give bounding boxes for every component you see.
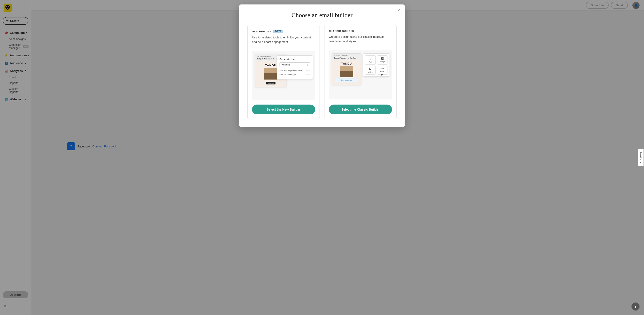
beta-badge: BETA: [273, 30, 283, 33]
new-builder-description: Use AI-assisted tools to optimize your c…: [252, 35, 315, 47]
gen-row-1: Take 20% off your first order ⊕ ⧉: [280, 69, 310, 73]
email-builder-modal: × Choose an email builder NEW BUILDER BE…: [239, 4, 322, 127]
new-builder-preview: To: New Customers Subject: Welcome to th…: [252, 51, 315, 100]
generate-title: Generate text: [280, 58, 310, 60]
modal-title: Choose an email builder: [247, 12, 322, 19]
new-builder-header: NEW BUILDER BETA: [252, 30, 315, 33]
gen-row-2: 20% off. Just for you. ⊕ ⧉: [280, 73, 310, 77]
copy-icon-2[interactable]: ⧉: [309, 73, 310, 76]
modal-overlay[interactable]: × Choose an email builder NEW BUILDER BE…: [0, 0, 322, 157]
preview-brand-image: [264, 68, 278, 79]
dropdown-arrow-icon: ∨: [307, 63, 308, 66]
builder-options: NEW BUILDER BETA Use AI-assisted tools t…: [247, 25, 322, 119]
preview-cta-button: Shop now: [266, 82, 276, 84]
new-builder-card: NEW BUILDER BETA Use AI-assisted tools t…: [247, 25, 320, 119]
add-icon[interactable]: ⊕: [306, 69, 308, 72]
copy-icon[interactable]: ⧉: [309, 69, 310, 72]
generate-panel: Generate text Heading ∨ Take 20% off you…: [277, 55, 313, 79]
new-builder-label: NEW BUILDER: [252, 30, 272, 33]
select-new-builder-button[interactable]: Select the New Builder: [252, 105, 315, 114]
heading-select[interactable]: Heading ∨: [280, 62, 310, 67]
add-icon-2[interactable]: ⊕: [306, 73, 308, 76]
